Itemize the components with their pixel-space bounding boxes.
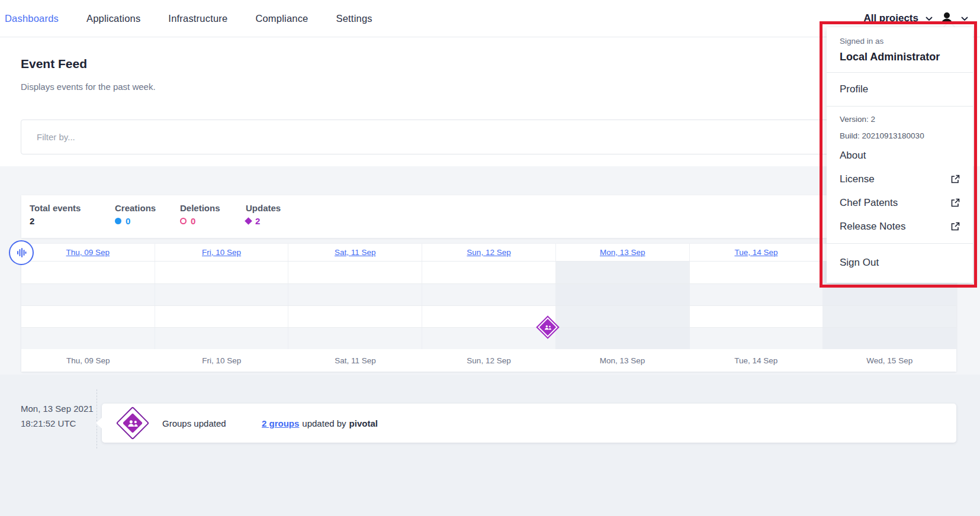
event-timestamp: Mon, 13 Sep 2021 18:21:52 UTC [21,401,94,431]
stat-total-events: Total events 2 [30,203,115,238]
stat-creations: Creations 0 [115,203,180,238]
day-link-tue-14[interactable]: Tue, 14 Sep [734,248,777,257]
event-time: 18:21:52 UTC [21,416,94,431]
filter-bar [21,120,956,154]
menu-item-chef-patents[interactable]: Chef Patents [827,191,973,215]
timeline-row-stripe [21,327,956,349]
timeline-string-line [21,327,956,328]
menu-item-sign-out[interactable]: Sign Out [827,246,973,279]
day-label-sun-12: Sun, 12 Sep [422,356,556,365]
stat-deletions-value: 0 [191,216,195,226]
nav-right-controls: All projects [863,11,971,25]
nav-item-settings[interactable]: Settings [336,13,372,24]
creation-dot-icon [115,218,121,224]
external-link-icon [950,175,960,184]
day-label-tue-14: Tue, 14 Sep [689,356,823,365]
day-link-fri-10[interactable]: Fri, 10 Sep [202,248,241,257]
day-label-sat-11: Sat, 11 Sep [288,356,422,365]
day-label-fri-10: Fri, 10 Sep [155,356,289,365]
event-date: Mon, 13 Sep 2021 [21,401,94,416]
nav-items: Dashboards Applications Infrastructure C… [5,13,372,24]
stat-updates-value: 2 [255,216,260,226]
event-detail-middle: updated by [302,418,346,428]
day-link-sun-12[interactable]: Sun, 12 Sep [467,248,510,257]
day-link-cell: Thu, 09 Sep [21,244,155,261]
day-link-sat-11[interactable]: Sat, 11 Sep [335,248,376,257]
stat-total-value: 2 [30,216,34,226]
groups-icon [539,318,557,336]
event-detail: 2 groups updated by pivotal [262,418,378,428]
timeline-string-line [21,283,956,284]
nav-item-dashboards[interactable]: Dashboards [5,13,59,24]
menu-item-license-label: License [840,173,875,185]
day-label-thu-09: Thu, 09 Sep [21,356,155,365]
day-link-mon-13[interactable]: Mon, 13 Sep [600,248,645,257]
event-counts-card: Total events 2 Creations 0 Deletions 0 U… [21,195,956,238]
page-subtitle: Displays events for the past week. [21,82,156,92]
nav-item-compliance[interactable]: Compliance [255,13,308,24]
page-title: Event Feed [21,57,87,71]
timeline-grid [21,262,956,349]
stat-updates: Updates 2 [246,203,281,238]
timeline-day-links-row: Thu, 09 Sep Fri, 10 Sep Sat, 11 Sep Sun,… [21,244,956,262]
stat-creations-value: 0 [126,216,130,226]
day-label-wed-15: Wed, 15 Sep [822,356,956,365]
event-card: Groups updated 2 groups updated by pivot… [102,404,956,443]
gray-band-lower [0,375,980,516]
menu-item-chef-patents-label: Chef Patents [840,197,898,209]
event-title: Groups updated [162,418,262,428]
user-dropdown-menu: Signed in as Local Administrator Profile… [827,27,973,283]
timeline-event-marker-groups-updated[interactable] [539,318,557,336]
timeline-day-labels-row: Thu, 09 Sep Fri, 10 Sep Sat, 11 Sep Sun,… [21,349,956,372]
menu-item-license[interactable]: License [827,167,973,191]
deletion-ring-icon [180,218,187,224]
day-link-thu-09[interactable]: Thu, 09 Sep [66,248,110,257]
stat-creations-label: Creations [115,203,180,213]
stat-deletions-label: Deletions [180,203,246,213]
menu-item-profile[interactable]: Profile [827,73,973,106]
day-link-cell: Sun, 12 Sep [422,244,556,261]
stat-updates-label: Updates [246,203,281,213]
event-actor: pivotal [349,418,378,428]
day-link-cell: Sat, 11 Sep [288,244,422,261]
menu-item-release-notes[interactable]: Release Notes [827,215,973,238]
menu-divider [827,106,973,107]
stat-total-label: Total events [30,203,115,213]
groups-icon [116,407,149,440]
project-selector[interactable]: All projects [863,12,918,24]
external-link-icon [950,222,960,231]
timeline-row-stripe [21,283,956,305]
nav-item-infrastructure[interactable]: Infrastructure [168,13,227,24]
event-groups-link[interactable]: 2 groups [262,418,299,428]
stat-deletions: Deletions 0 [180,203,246,238]
signed-in-user-name: Local Administrator [827,51,973,63]
version-label: Version: 2 [827,115,973,124]
groups-updated-diamond-icon [116,407,149,440]
event-timeline-card: Thu, 09 Sep Fri, 10 Sep Sat, 11 Sep Sun,… [21,244,956,372]
day-link-cell: Mon, 13 Sep [556,244,690,261]
timeline-filter-toggle-button[interactable] [9,240,34,265]
project-chevron-down-icon[interactable] [926,13,933,24]
nav-item-applications[interactable]: Applications [86,13,140,24]
signed-in-as-label: Signed in as [827,37,973,46]
menu-item-about[interactable]: About [827,144,973,167]
timeline-string-line [21,305,956,306]
menu-divider [827,243,973,244]
day-link-cell: Fri, 10 Sep [155,244,289,261]
day-link-cell: Tue, 14 Sep [690,244,824,261]
build-label: Build: 20210913180030 [827,131,973,140]
external-link-icon [950,198,960,208]
equalizer-icon [16,247,27,258]
menu-item-release-notes-label: Release Notes [840,221,906,233]
filter-input[interactable] [21,120,956,154]
day-label-mon-13: Mon, 13 Sep [555,356,689,365]
update-diamond-icon [245,217,252,225]
user-chevron-down-icon[interactable] [961,13,968,24]
